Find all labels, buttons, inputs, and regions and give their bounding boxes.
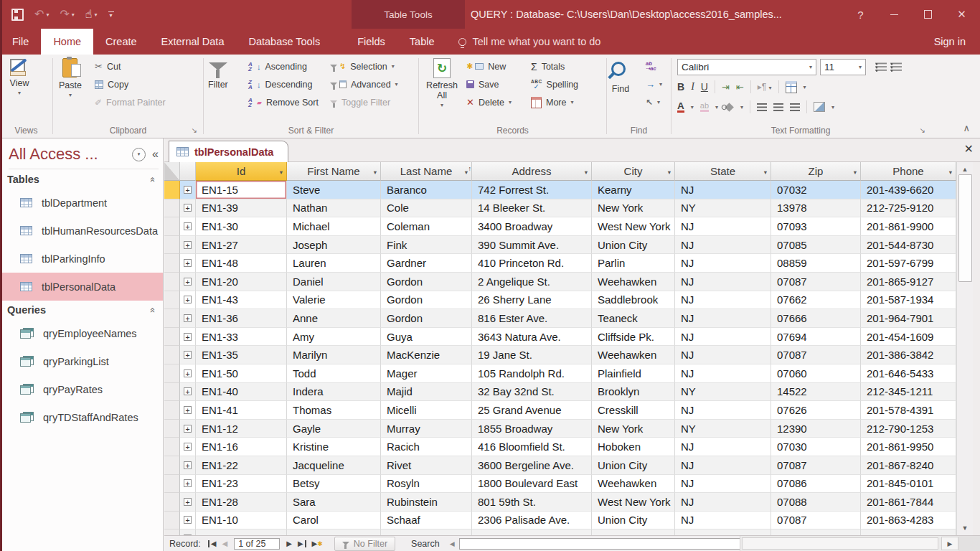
cell[interactable]	[196, 529, 287, 535]
tab-create[interactable]: Create	[93, 29, 149, 55]
cell[interactable]: 07086	[771, 475, 861, 494]
horizontal-scrollbar[interactable]: ▶	[740, 536, 980, 551]
row-selector[interactable]	[164, 328, 180, 347]
sidebar-item-tblparkinginfo[interactable]: tblParkingInfo	[0, 245, 163, 273]
row-selector[interactable]	[164, 438, 180, 456]
scroll-down-icon[interactable]: ▼	[957, 521, 973, 535]
align-center-icon[interactable]	[773, 103, 783, 111]
cell[interactable]: 201-865-9127	[861, 273, 956, 291]
cell[interactable]: NJ	[675, 309, 771, 328]
cell[interactable]: 201-845-0101	[861, 475, 956, 494]
expand-cell[interactable]: +	[180, 475, 196, 494]
cell[interactable]: 07087	[771, 273, 861, 291]
expand-cell[interactable]: +	[180, 199, 196, 218]
last-record-button[interactable]: ▶	[298, 540, 306, 547]
cell[interactable]: Schaaf	[381, 512, 472, 530]
font-name-combo[interactable]: Calibri▾	[677, 59, 816, 75]
cell[interactable]: Plainfield	[592, 364, 675, 383]
column-header-first-name[interactable]: First Name▾	[287, 162, 381, 181]
cell[interactable]	[592, 529, 675, 535]
cell[interactable]: EN1-39	[196, 199, 287, 218]
cell[interactable]: Majid	[381, 383, 472, 402]
scroll-right-icon[interactable]: ▶	[941, 537, 958, 550]
format-painter-button[interactable]: ✐Format Painter	[95, 96, 166, 108]
cell[interactable]: 25 Grand Avenue	[472, 401, 592, 420]
customize-quick-access-toolbar-button[interactable]: ▾	[108, 11, 114, 17]
cell[interactable]: 07032	[771, 181, 861, 199]
current-record-box[interactable]: 1 of 25	[234, 538, 280, 550]
gridlines-dropdown-icon[interactable]: ▾	[804, 85, 806, 90]
cell[interactable]: 416 Bloomfield St.	[472, 438, 592, 456]
cut-button[interactable]: ✂Cut	[95, 60, 166, 72]
cell[interactable]: Cliffside Pk.	[592, 328, 675, 347]
column-header-last-name[interactable]: Last Name▾↑	[381, 162, 472, 181]
cell[interactable]: EN1-16	[196, 438, 287, 456]
tab-external-data[interactable]: External Data	[149, 29, 237, 55]
cell[interactable]: 07087	[771, 346, 861, 364]
expand-cell[interactable]: +	[180, 254, 196, 273]
cell[interactable]: EN1-30	[196, 217, 287, 236]
cell[interactable]: 201-861-7844	[861, 493, 956, 512]
collapse-section-icon[interactable]: »	[146, 176, 157, 182]
selection-button[interactable]: ↯Selection▾	[330, 60, 398, 72]
cell[interactable]: Micelli	[381, 401, 472, 420]
cell[interactable]: Todd	[287, 364, 381, 383]
highlight-dropdown-icon[interactable]: ▾	[715, 105, 718, 110]
save-record-button[interactable]: Save	[466, 78, 512, 90]
expand-cell[interactable]: +	[180, 456, 196, 475]
advanced-button[interactable]: Advanced▾	[330, 78, 398, 90]
cell[interactable]: Steve	[287, 181, 381, 199]
highlight-color-button[interactable]: ab	[700, 102, 709, 112]
cell[interactable]: NJ	[675, 512, 771, 530]
increase-indent-icon[interactable]: ⇥	[722, 82, 730, 93]
cell[interactable]: 201-578-4391	[861, 401, 956, 420]
cell[interactable]: NY	[675, 199, 771, 218]
cell[interactable]: EN1-10	[196, 512, 287, 530]
gridlines-icon[interactable]	[786, 81, 797, 93]
cell[interactable]: 742 Forrest St.	[472, 181, 592, 199]
sidebar-item-qrytdstaffandrates[interactable]: qryTDStaffAndRates	[0, 403, 163, 431]
table-row[interactable]: +EN1-35MarilynMacKenzie19 Jane St.Weehaw…	[164, 346, 956, 364]
view-dropdown-icon[interactable]: ▾	[18, 90, 21, 95]
table-row[interactable]: +EN1-40InderaMajid32 Bay 32nd St.Brookly…	[164, 383, 956, 402]
cell[interactable]: Parlin	[592, 254, 675, 273]
column-header-phone[interactable]: Phone▾	[861, 162, 956, 181]
cell[interactable]: 07030	[771, 438, 861, 456]
cell[interactable]: 390 Summit Ave.	[472, 236, 592, 255]
paragraph-direction-icon[interactable]: ▸¶ ▾	[758, 82, 772, 92]
cell[interactable]	[771, 529, 861, 535]
bullets-icon[interactable]	[875, 62, 887, 72]
filter-status-button[interactable]: No Filter	[334, 537, 395, 551]
cell[interactable]: NJ	[675, 346, 771, 364]
expand-plus-icon[interactable]: +	[184, 351, 192, 359]
column-dropdown-icon[interactable]: ▾	[949, 169, 952, 176]
touch-mode-button[interactable]: ☝▾	[85, 9, 98, 20]
cell[interactable]: 07060	[771, 364, 861, 383]
cell[interactable]: 13978	[771, 199, 861, 218]
cell[interactable]: Union City	[592, 512, 675, 530]
cell[interactable]: Saddlebrook	[592, 291, 675, 310]
cell[interactable]: NY	[675, 420, 771, 438]
cell[interactable]: Nathan	[287, 199, 381, 218]
select-all-corner[interactable]	[164, 162, 180, 181]
previous-record-button[interactable]: ◀	[222, 540, 227, 547]
table-row[interactable]: +EN1-43ValerieGordon26 Sherry LaneSaddle…	[164, 291, 956, 310]
cell[interactable]: 07694	[771, 328, 861, 347]
cell[interactable]: Anne	[287, 309, 381, 328]
align-right-icon[interactable]	[790, 103, 800, 111]
row-selector[interactable]	[164, 291, 180, 310]
select-dropdown-icon[interactable]: ▾	[657, 100, 660, 105]
cell[interactable]: NJ	[675, 364, 771, 383]
tab-database-tools[interactable]: Database Tools	[236, 29, 332, 55]
help-button[interactable]: ?	[844, 0, 877, 29]
expand-plus-icon[interactable]: +	[184, 406, 192, 414]
row-selector[interactable]	[164, 420, 180, 438]
go-to-dropdown-icon[interactable]: ▾	[659, 82, 662, 87]
selection-dropdown-icon[interactable]: ▾	[392, 64, 395, 69]
cell[interactable]: Gordon	[381, 309, 472, 328]
cell[interactable]: 212-790-1253	[861, 420, 956, 438]
cell[interactable]: NJ	[675, 328, 771, 347]
expand-cell[interactable]: +	[180, 493, 196, 512]
cell[interactable]: 07626	[771, 401, 861, 420]
background-color-dropdown-icon[interactable]: ▾	[740, 105, 743, 110]
